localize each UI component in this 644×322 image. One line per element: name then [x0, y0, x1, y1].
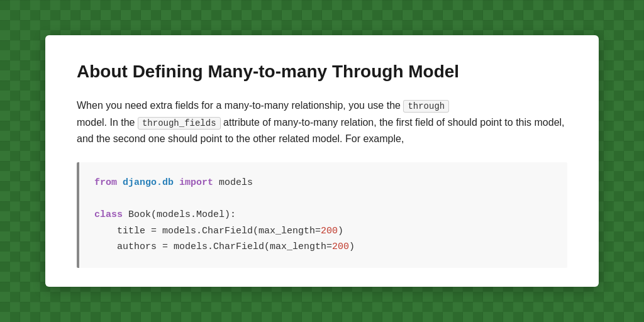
body-text-part2: model. In the — [77, 117, 135, 128]
body-text-part1: When you need extra fields for a many-to… — [77, 100, 401, 111]
content-card: About Defining Many-to-many Through Mode… — [45, 35, 599, 287]
code-line-3: class Book(models.Model): — [94, 207, 552, 223]
page-title: About Defining Many-to-many Through Mode… — [77, 60, 567, 82]
code-line-4: title = models.CharField(max_length=200) — [94, 223, 552, 240]
through-code-inline: through — [403, 100, 449, 113]
code-block: from django.db import models class Book(… — [77, 162, 567, 268]
code-line-2 — [94, 191, 552, 208]
through-fields-code-inline: through_fields — [138, 117, 221, 130]
code-line-1: from django.db import models — [94, 175, 552, 191]
body-paragraph: When you need extra fields for a many-to… — [77, 97, 567, 147]
code-line-5: authors = models.CharField(max_length=20… — [94, 239, 552, 255]
